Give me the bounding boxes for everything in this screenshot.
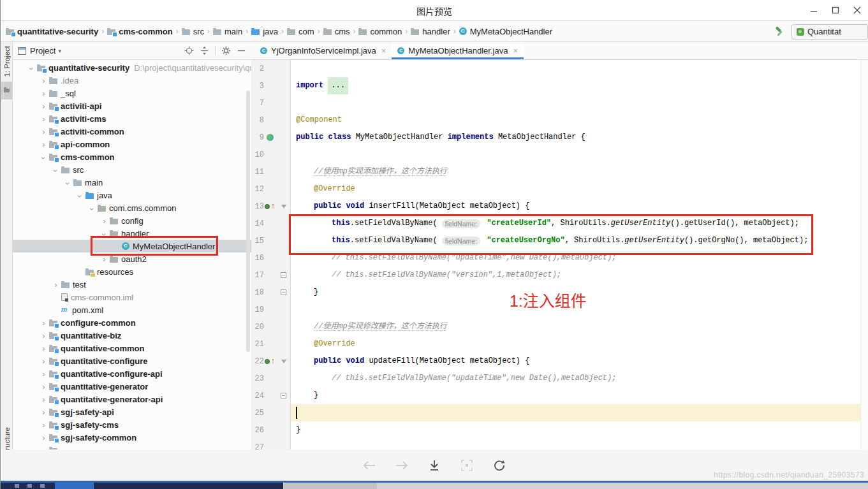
maximize-button[interactable]	[825, 0, 846, 20]
code-area[interactable]: 23import ...78@Component9public class My…	[251, 60, 868, 449]
project-tree-item[interactable]: ›quantitative-common	[13, 342, 251, 354]
code-line[interactable]: 3import ...	[251, 77, 868, 94]
code-line[interactable]: 26}	[251, 421, 868, 439]
code-line[interactable]: 20//使用mp实现修改操作，这个方法执行	[251, 318, 868, 335]
chevron-collapsed-icon[interactable]: ›	[40, 407, 47, 417]
project-scrollbar[interactable]	[246, 91, 250, 352]
project-tree-item[interactable]: ›quantitative-biz	[13, 329, 251, 342]
project-tree-item[interactable]: ›	[13, 444, 251, 449]
project-tree-item[interactable]: ›handler	[13, 227, 251, 240]
breadcrumb-item[interactable]: main	[213, 27, 242, 36]
project-tree-item[interactable]: ›sgj-safety-common	[13, 431, 251, 444]
locate-icon[interactable]	[184, 46, 194, 55]
chevron-expanded-icon[interactable]: ›	[51, 167, 61, 174]
code-line[interactable]: 25	[251, 404, 868, 421]
chevron-collapsed-icon[interactable]: ›	[40, 433, 47, 442]
taskbar-icon[interactable]	[27, 484, 32, 488]
editor-tab[interactable]: YjOrganInfoServiceImpl.java×	[254, 42, 392, 59]
chevron-collapsed-icon[interactable]: ›	[40, 127, 47, 136]
code-line[interactable]: 27	[251, 439, 868, 449]
code-line[interactable]: 10	[251, 146, 868, 163]
project-tree-item[interactable]: ›oauth2	[13, 252, 251, 265]
code-line[interactable]: 22↑public void updateFill(MetaObject met…	[251, 353, 868, 370]
code-line[interactable]: 23// this.setFieldValByName("updateTime"…	[251, 370, 868, 387]
editor-scrollbar[interactable]	[860, 60, 868, 449]
forward-button[interactable]	[394, 458, 409, 473]
breadcrumb-item[interactable]: cms	[323, 27, 350, 36]
chevron-collapsed-icon[interactable]: ›	[40, 101, 47, 111]
project-tree-item[interactable]: ›configure-common	[13, 316, 251, 329]
project-tree-item[interactable]: MyMetaObjectHandler	[13, 240, 251, 252]
minimize-button[interactable]	[803, 0, 825, 20]
breadcrumb-item[interactable]: common	[358, 27, 402, 36]
chevron-collapsed-icon[interactable]: ›	[40, 395, 47, 404]
project-tree-item[interactable]: ›activiti-cms	[13, 112, 251, 125]
chevron-down-icon[interactable]: ▾	[58, 48, 61, 54]
download-button[interactable]	[427, 458, 442, 473]
chevron-expanded-icon[interactable]: ›	[63, 180, 73, 187]
code-line[interactable]: 8@Component	[251, 112, 868, 129]
chevron-collapsed-icon[interactable]: ›	[40, 344, 47, 353]
code-line[interactable]: 12@Override	[251, 180, 868, 198]
settings-gear-icon[interactable]	[221, 46, 231, 55]
project-tree-item[interactable]: ›src	[13, 163, 251, 176]
actual-size-button[interactable]	[459, 458, 474, 473]
chevron-expanded-icon[interactable]: ›	[75, 193, 85, 200]
collapse-all-icon[interactable]	[200, 46, 209, 55]
taskbar-icon[interactable]	[40, 484, 45, 488]
project-tree-item[interactable]: ›.idea	[13, 74, 251, 87]
project-tree-item[interactable]: ›java	[13, 189, 251, 201]
chevron-collapsed-icon[interactable]: ›	[101, 254, 108, 264]
project-tree-item[interactable]: ›sgj-safety-cms	[13, 418, 251, 431]
fold-marker[interactable]	[276, 205, 291, 208]
code-line[interactable]: 17// this.setFieldValByName("version",1,…	[251, 266, 868, 284]
code-line[interactable]: 11//使用mp实现添加操作，这个方法执行	[251, 163, 868, 180]
rotate-button[interactable]	[492, 458, 507, 473]
breadcrumb-item[interactable]: MyMetaObjectHandler	[459, 27, 552, 36]
chevron-collapsed-icon[interactable]: ›	[40, 114, 47, 124]
editor-tab[interactable]: MyMetaObjectHandler.java×	[392, 42, 524, 59]
chevron-collapsed-icon[interactable]: ›	[40, 331, 47, 340]
run-configuration-selector[interactable]: Quantitat	[791, 24, 868, 40]
project-tree-item[interactable]: pom.xml	[13, 303, 251, 316]
code-line[interactable]: 9public class MyMetaObjectHandler implem…	[251, 129, 868, 146]
chevron-collapsed-icon[interactable]: ›	[40, 140, 47, 149]
tab-close-icon[interactable]: ×	[381, 46, 386, 55]
project-tree-item[interactable]: ›com.cms.common	[13, 201, 251, 214]
chevron-collapsed-icon[interactable]: ›	[40, 369, 47, 379]
project-tree-item[interactable]: ›quantitative-configure-api	[13, 367, 251, 380]
code-line[interactable]: 24}	[251, 387, 868, 404]
project-tool-window-tab[interactable]: 1: Project	[1, 46, 13, 99]
code-line[interactable]: 15this.setFieldValByName( fieldName: "cr…	[251, 232, 868, 249]
chevron-expanded-icon[interactable]: ›	[99, 231, 109, 238]
project-panel-title[interactable]: Project	[30, 46, 55, 55]
breadcrumb-item[interactable]: handler	[411, 27, 450, 36]
chevron-collapsed-icon[interactable]: ›	[40, 356, 47, 366]
chevron-collapsed-icon[interactable]: ›	[40, 76, 47, 85]
chevron-collapsed-icon[interactable]: ›	[101, 216, 108, 226]
breadcrumb-item[interactable]: java	[251, 27, 278, 36]
project-tree-item[interactable]: ›quantitative-generator	[13, 380, 251, 393]
breadcrumb-item[interactable]: quantitative-security	[6, 27, 98, 36]
code-line[interactable]: 14this.setFieldValByName( fieldName: "cr…	[251, 215, 868, 232]
project-tree-item[interactable]: ›quantitative-securityD:\project\quantit…	[13, 61, 251, 74]
breadcrumb-item[interactable]: src	[182, 27, 204, 36]
breadcrumb-item[interactable]: com	[287, 27, 314, 36]
chevron-collapsed-icon[interactable]: ›	[40, 382, 47, 391]
project-tree-item[interactable]: ›api-common	[13, 138, 251, 150]
chevron-collapsed-icon[interactable]: ›	[40, 89, 47, 98]
project-tree-item[interactable]: cms-common.iml	[13, 291, 251, 303]
close-button[interactable]	[846, 0, 868, 20]
chevron-collapsed-icon[interactable]: ›	[40, 420, 47, 430]
chevron-collapsed-icon[interactable]: ›	[52, 280, 59, 289]
chevron-expanded-icon[interactable]: ›	[39, 154, 48, 161]
project-tree-item[interactable]: ›quantitative-configure	[13, 354, 251, 367]
breadcrumb-item[interactable]: cms-common	[107, 27, 173, 36]
project-tree-item[interactable]: ›sgj-safety-api	[13, 405, 251, 418]
fold-marker[interactable]	[276, 289, 291, 295]
project-tree-item[interactable]: ›activiti-api	[13, 99, 251, 112]
code-line[interactable]: 2	[251, 60, 868, 77]
fold-marker[interactable]	[276, 272, 291, 278]
chevron-collapsed-icon[interactable]: ›	[40, 318, 47, 328]
back-button[interactable]	[362, 458, 377, 473]
